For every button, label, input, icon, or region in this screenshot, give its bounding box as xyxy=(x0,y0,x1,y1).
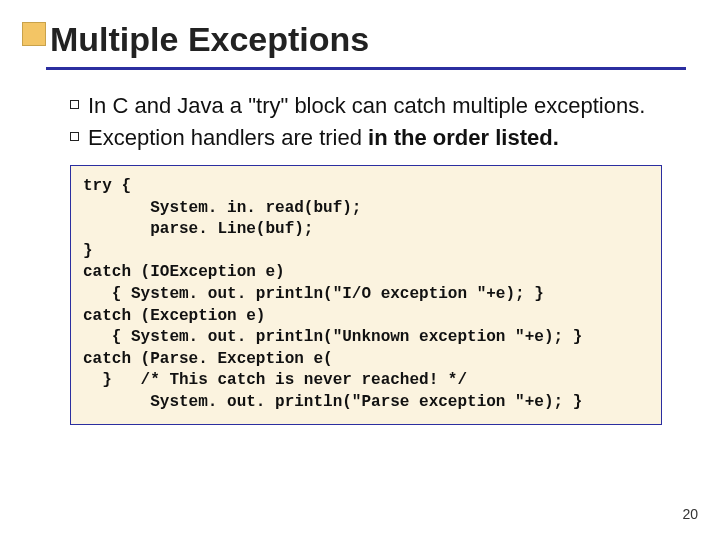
bullet-square-icon xyxy=(70,132,79,141)
title-accent-box xyxy=(22,22,46,46)
title-underline xyxy=(46,67,686,70)
bullet-text-pre: Exception handlers are tried xyxy=(88,125,368,150)
page-number: 20 xyxy=(682,506,698,522)
bullet-text: In C and Java a "try" block can catch mu… xyxy=(88,92,660,120)
bullet-square-icon xyxy=(70,100,79,109)
slide-title: Multiple Exceptions xyxy=(50,20,720,65)
bullet-list: In C and Java a "try" block can catch mu… xyxy=(70,92,660,151)
bullet-text-bold: in the order listed. xyxy=(368,125,559,150)
bullet-text: Exception handlers are tried in the orde… xyxy=(88,124,660,152)
bullet-item: Exception handlers are tried in the orde… xyxy=(70,124,660,152)
bullet-item: In C and Java a "try" block can catch mu… xyxy=(70,92,660,120)
slide: Multiple Exceptions In C and Java a "try… xyxy=(0,0,720,540)
code-block: try { System. in. read(buf); parse. Line… xyxy=(70,165,662,425)
title-area: Multiple Exceptions xyxy=(0,0,720,70)
